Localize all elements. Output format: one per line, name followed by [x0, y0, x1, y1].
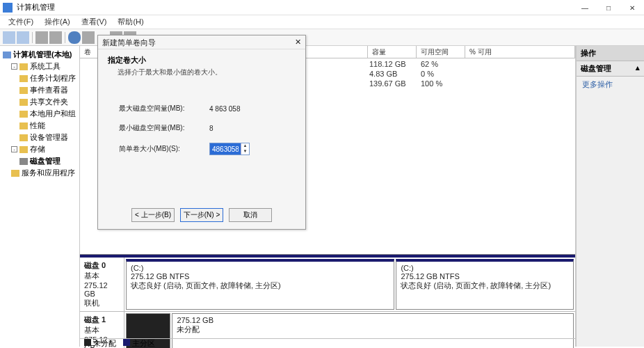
nav-forward-button[interactable]: [17, 31, 29, 44]
toolbar-btn-3[interactable]: [82, 31, 95, 44]
perf-icon: [19, 122, 28, 129]
window-title: 计算机管理: [17, 2, 55, 13]
tree-local-users[interactable]: 本地用户和组: [1, 108, 78, 120]
event-icon: [19, 87, 28, 94]
collapse-icon[interactable]: -: [11, 63, 17, 70]
legend-swatch-primary: [123, 339, 130, 346]
window-titlebar: 计算机管理 — □ ✕: [0, 0, 644, 15]
dialog-title: 新建简单卷向导: [102, 38, 156, 47]
chevron-up-icon[interactable]: ▴: [636, 63, 640, 74]
nav-tree: 计算机管理(本地) -系统工具 任务计划程序 事件查看器 共享文件夹 本地用户和…: [0, 46, 80, 347]
app-icon: [3, 3, 13, 13]
menu-action[interactable]: 操作(A): [39, 17, 76, 27]
actions-header: 操作: [577, 46, 644, 61]
tree-services[interactable]: 服务和应用程序: [1, 167, 78, 179]
tree-performance[interactable]: 性能: [1, 120, 78, 132]
disk-0-header[interactable]: 磁盘 0 基本 275.12 GB 联机: [80, 258, 124, 311]
computer-icon: [3, 52, 11, 58]
disk-row-0: 磁盘 0 基本 275.12 GB 联机 (C:) 275.12 GB NTFS…: [80, 258, 575, 312]
col-capacity[interactable]: 容量: [368, 46, 417, 58]
dialog-header: 指定卷大小 选择介于最大和最小值的卷大小。: [98, 49, 305, 83]
spinner-down-icon[interactable]: ▼: [241, 149, 249, 155]
disk-graphic-area: 磁盘 0 基本 275.12 GB 联机 (C:) 275.12 GB NTFS…: [80, 255, 575, 348]
dialog-titlebar: 新建简单卷向导 ✕: [98, 35, 305, 49]
folder-icon: [19, 63, 28, 70]
scheduler-icon: [19, 75, 28, 82]
folder-icon: [19, 99, 28, 106]
maximize-button[interactable]: □: [597, 0, 620, 15]
dialog-close-button[interactable]: ✕: [295, 38, 301, 47]
actions-panel: 操作 磁盘管理 ▴ 更多操作: [576, 46, 644, 347]
tree-task-scheduler[interactable]: 任务计划程序: [1, 72, 78, 84]
tree-storage[interactable]: -存储: [1, 143, 78, 155]
users-icon: [19, 111, 28, 118]
device-icon: [19, 134, 28, 141]
dialog-heading: 指定卷大小: [108, 55, 296, 65]
toolbar: ✕: [0, 29, 644, 46]
tree-shared-folders[interactable]: 共享文件夹: [1, 96, 78, 108]
cancel-button[interactable]: 取消: [229, 208, 272, 222]
tree-system-tools[interactable]: -系统工具: [1, 61, 78, 72]
menu-view[interactable]: 查看(V): [76, 17, 113, 27]
partition-c2[interactable]: (C:) 275.12 GB NTFS 状态良好 (启动, 页面文件, 故障转储…: [396, 259, 574, 310]
actions-more[interactable]: 更多操作: [577, 77, 644, 93]
dialog-subheading: 选择介于最大和最小值的卷大小。: [108, 65, 296, 77]
next-button[interactable]: 下一步(N) >: [180, 208, 223, 222]
services-icon: [11, 170, 19, 177]
spinner-up-icon[interactable]: ▲: [241, 143, 249, 149]
volume-size-spinner[interactable]: ▲ ▼: [209, 143, 250, 155]
close-button[interactable]: ✕: [620, 0, 644, 15]
row-max-size: 最大磁盘空间量(MB): 4 863 058: [119, 104, 284, 113]
col-pct-free[interactable]: % 可用: [465, 46, 575, 58]
minimize-button[interactable]: —: [573, 0, 597, 15]
legend-swatch-unalloc: [84, 339, 91, 346]
new-volume-wizard: 新建简单卷向导 ✕ 指定卷大小 选择介于最大和最小值的卷大小。 最大磁盘空间量(…: [97, 35, 306, 230]
nav-back-button[interactable]: [3, 31, 15, 44]
row-min-size: 最小磁盘空间量(MB): 8: [119, 123, 284, 133]
menu-file[interactable]: 文件(F): [3, 17, 39, 27]
toolbar-btn-2[interactable]: [49, 31, 62, 44]
back-button[interactable]: < 上一步(B): [131, 208, 175, 222]
tree-event-viewer[interactable]: 事件查看器: [1, 84, 78, 96]
toolbar-separator: [65, 32, 65, 43]
toolbar-btn-1[interactable]: [35, 31, 48, 44]
row-volume-size: 简单卷大小(MB)(S): ▲ ▼: [119, 143, 284, 155]
volume-row[interactable]: 4.83 GB 0 %: [369, 70, 434, 78]
volume-row[interactable]: 139.67 GB 100 %: [369, 79, 442, 88]
dialog-body: 最大磁盘空间量(MB): 4 863 058 最小磁盘空间量(MB): 8 简单…: [98, 83, 305, 172]
collapse-icon[interactable]: -: [11, 146, 17, 152]
help-icon[interactable]: [68, 31, 81, 44]
toolbar-separator: [32, 32, 33, 43]
tree-disk-management[interactable]: 磁盘管理: [1, 155, 78, 167]
tree-root[interactable]: 计算机管理(本地): [1, 49, 78, 61]
legend-bar: 未分配 主分区: [80, 338, 576, 348]
dialog-buttons: < 上一步(B) 下一步(N) > 取消: [98, 208, 305, 222]
tree-device-manager[interactable]: 设备管理器: [1, 132, 78, 143]
partition-c[interactable]: (C:) 275.12 GB NTFS 状态良好 (启动, 页面文件, 故障转储…: [126, 259, 394, 310]
storage-icon: [19, 146, 28, 153]
actions-group: 磁盘管理 ▴: [577, 61, 644, 77]
volume-row[interactable]: 118.12 GB 62 %: [369, 60, 438, 68]
volume-size-input[interactable]: [210, 143, 241, 155]
menu-help[interactable]: 帮助(H): [112, 17, 149, 27]
col-free[interactable]: 可用空间: [417, 46, 465, 58]
disk-icon: [19, 158, 28, 165]
menu-bar: 文件(F) 操作(A) 查看(V) 帮助(H): [0, 15, 644, 29]
